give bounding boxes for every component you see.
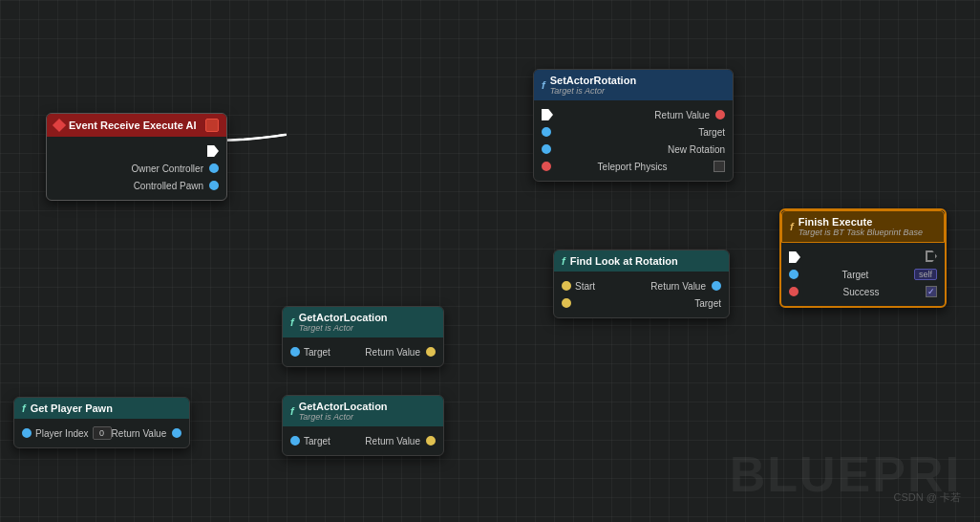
fe-target-row: Target self	[781, 266, 945, 283]
flr-return-label: Return Value	[650, 281, 706, 292]
sar-exec-in	[542, 109, 553, 120]
event-flag	[205, 119, 219, 132]
sar-target-row: Target	[534, 123, 733, 141]
gal-top-return-pin	[426, 347, 436, 357]
fe-target-self-tag: self	[914, 269, 937, 280]
gal-top-target-label: Target	[304, 347, 330, 358]
finish-execute-title: Finish Execute	[799, 216, 923, 228]
gal-bot-function-icon: f	[290, 405, 294, 417]
owner-controller-row: Owner Controller	[47, 160, 226, 177]
gpp-return-pin	[172, 428, 181, 438]
sar-new-rotation-label: New Rotation	[668, 144, 725, 155]
flr-start-label: Start	[575, 281, 595, 292]
node-set-actor-rotation: f SetActorRotation Target is Actor Retur…	[533, 69, 734, 182]
gal-bot-return-label: Return Value	[365, 436, 420, 446]
gal-top-subtitle: Target is Actor	[299, 323, 388, 333]
node-event-receive: Event Receive Execute AI Owner Controlle…	[46, 113, 227, 201]
gal-bot-target-row: Target Return Value	[283, 432, 443, 449]
gal-top-body: Target Return Value	[283, 337, 443, 366]
node-finish-execute: f Finish Execute Target is BT Task Bluep…	[779, 208, 947, 308]
fe-target-label: Target	[842, 270, 869, 280]
owner-controller-pin	[209, 163, 219, 173]
gpp-player-index-label: Player Index	[35, 428, 89, 439]
sar-teleport-pin	[542, 162, 551, 171]
set-actor-rotation-header: f SetActorRotation Target is Actor	[534, 70, 733, 100]
gal-top-title: GetActorLocation	[299, 312, 388, 323]
set-actor-rotation-body: Return Value Target New Rotation Telepor…	[534, 100, 733, 181]
gal-bot-return-pin	[426, 436, 436, 446]
event-icon	[53, 119, 66, 132]
gal-top-header: f GetActorLocation Target is Actor	[283, 307, 443, 337]
gpp-body: Player Index Return Value	[14, 419, 189, 447]
flr-start-pin	[562, 281, 571, 291]
fe-exec-row	[781, 249, 945, 266]
gal-bot-header: f GetActorLocation Target is Actor	[283, 396, 443, 426]
node-get-actor-location-bot: f GetActorLocation Target is Actor Targe…	[282, 395, 444, 456]
sar-new-rotation-pin	[542, 144, 551, 154]
gpp-player-index-pin	[22, 428, 32, 438]
finish-execute-header: f Finish Execute Target is BT Task Bluep…	[781, 210, 945, 243]
gal-top-function-icon: f	[290, 316, 294, 328]
sar-exec-row: Return Value	[534, 106, 733, 123]
controlled-pawn-row: Controlled Pawn	[47, 177, 226, 194]
find-look-header: f Find Look at Rotation	[554, 250, 729, 272]
return-value-label-sar: Return Value	[654, 110, 710, 120]
gal-top-return-label: Return Value	[365, 347, 420, 358]
sar-teleport-row: Teleport Physics	[534, 158, 733, 175]
gal-bot-title: GetActorLocation	[299, 401, 388, 412]
gal-bot-body: Target Return Value	[283, 426, 443, 455]
gal-bot-target-pin	[290, 436, 300, 446]
gpp-player-index-row: Player Index Return Value	[14, 424, 189, 442]
node-get-actor-location-top: f GetActorLocation Target is Actor Targe…	[282, 306, 444, 367]
exec-out-pin	[207, 145, 219, 157]
find-look-body: Start Return Value Target	[554, 272, 729, 317]
sar-new-rotation-row: New Rotation	[534, 141, 733, 158]
sar-teleport-label: Teleport Physics	[598, 162, 668, 172]
node-get-player-pawn: f Get Player Pawn Player Index Return Va…	[13, 397, 190, 448]
gal-bot-target-label: Target	[304, 436, 330, 446]
gpp-header: f Get Player Pawn	[14, 398, 189, 419]
fe-exec-in	[789, 251, 800, 263]
gal-top-target-row: Target Return Value	[283, 343, 443, 360]
flr-return-pin	[712, 281, 721, 291]
fe-success-checkbox[interactable]: ✓	[926, 286, 937, 297]
gpp-player-index-input[interactable]	[93, 426, 112, 440]
fe-success-pin	[789, 287, 799, 296]
set-actor-rotation-title: SetActorRotation	[550, 75, 636, 86]
gpp-return-label: Return Value	[112, 428, 167, 439]
controlled-pawn-pin	[209, 181, 219, 190]
sar-return-pin	[715, 110, 725, 120]
owner-controller-label: Owner Controller	[131, 163, 203, 174]
gal-top-target-pin	[290, 347, 300, 357]
flr-target-label: Target	[694, 298, 721, 309]
set-actor-rotation-subtitle: Target is Actor	[550, 86, 636, 96]
flr-target-pin	[562, 298, 571, 308]
finish-function-icon: f	[790, 221, 794, 232]
event-receive-title: Event Receive Execute AI	[69, 120, 197, 131]
sar-target-pin	[542, 127, 551, 137]
find-look-function-icon: f	[562, 255, 565, 267]
controlled-pawn-label: Controlled Pawn	[134, 181, 203, 191]
flr-target-row: Target	[554, 294, 729, 312]
teleport-checkbox	[714, 161, 725, 172]
gpp-title: Get Player Pawn	[31, 402, 113, 414]
gal-bot-subtitle: Target is Actor	[299, 412, 388, 422]
find-look-title: Find Look at Rotation	[570, 255, 678, 267]
event-receive-body: Owner Controller Controlled Pawn	[47, 137, 226, 200]
gpp-function-icon: f	[22, 402, 26, 414]
function-icon: f	[542, 79, 545, 91]
finish-execute-subtitle: Target is BT Task Blueprint Base	[799, 228, 923, 237]
fe-success-row: Success ✓	[781, 283, 945, 300]
fe-target-pin	[789, 270, 799, 279]
finish-execute-body: Target self Success ✓	[781, 243, 945, 306]
node-find-look-rotation: f Find Look at Rotation Start Return Val…	[553, 250, 730, 318]
fe-success-label: Success	[843, 287, 880, 297]
fe-exec-out	[926, 250, 937, 262]
event-receive-header: Event Receive Execute AI	[47, 114, 226, 137]
event-exec-row	[47, 142, 226, 160]
watermark-sub: CSDN @ 卡若	[894, 490, 961, 505]
flr-start-row: Start Return Value	[554, 277, 729, 294]
sar-target-label: Target	[698, 127, 725, 138]
